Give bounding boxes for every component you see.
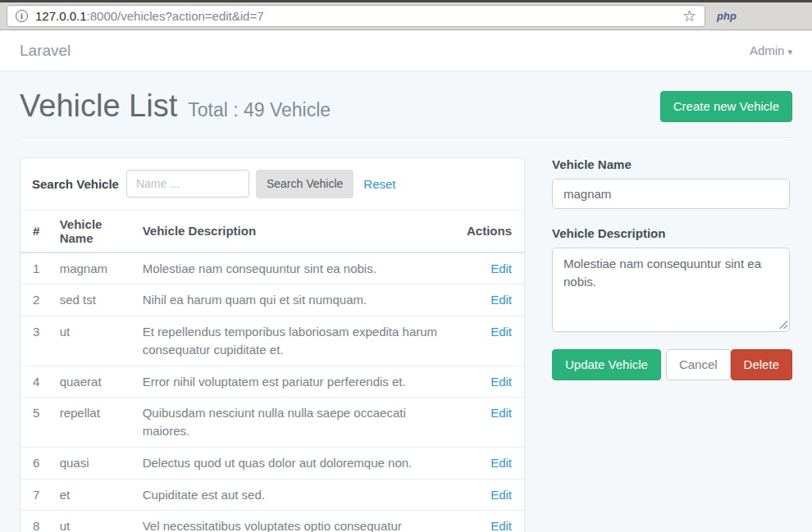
user-dropdown-label: Admin: [750, 43, 785, 57]
edit-link[interactable]: Edit: [490, 456, 512, 470]
url-text: 127.0.0.1:8000/vehicles?action=edit&id=7: [35, 9, 264, 23]
header-description: Vehicle Description: [136, 211, 460, 252]
row-description: Vel necessitatibus voluptates optio cons…: [136, 511, 460, 532]
row-number: 2: [21, 284, 53, 316]
edit-link[interactable]: Edit: [490, 375, 512, 389]
row-number: 6: [21, 447, 53, 479]
create-vehicle-button[interactable]: Create new Vehicle: [660, 91, 792, 122]
row-name: sed tst: [53, 284, 136, 316]
url-path: :8000/vehicles?action=edit&id=7: [87, 9, 264, 23]
page-header: Vehicle List Total : 49 Vehicle Create n…: [20, 89, 792, 138]
form-buttons: Update Vehicle Cancel Delete: [552, 349, 790, 380]
row-number: 3: [21, 316, 53, 366]
edit-link[interactable]: Edit: [490, 406, 512, 420]
row-description: Error nihil voluptatem est pariatur perf…: [136, 366, 460, 398]
row-name: quasi: [53, 447, 136, 479]
vehicle-name-label: Vehicle Name: [552, 157, 790, 171]
edit-link[interactable]: Edit: [490, 293, 512, 307]
site-info-icon[interactable]: i: [16, 10, 28, 22]
main-content: Vehicle List Total : 49 Vehicle Create n…: [0, 71, 812, 532]
brand-link[interactable]: Laravel: [20, 42, 71, 60]
row-description: Quibusdam nesciunt nulla nulla saepe occ…: [136, 398, 460, 448]
row-name: quaerat: [53, 366, 136, 398]
row-number: 1: [21, 252, 53, 284]
search-button[interactable]: Search Vehicle: [256, 170, 354, 198]
vehicle-name-input[interactable]: [552, 179, 790, 209]
table-row: 5 repellat Quibusdam nesciunt nulla null…: [21, 398, 524, 448]
row-name: magnam: [53, 252, 136, 284]
row-number: 5: [21, 398, 53, 448]
row-description: Nihil ea harum quam qui et sit numquam.: [136, 284, 460, 316]
table-row: 4 quaerat Error nihil voluptatem est par…: [21, 366, 524, 398]
row-number: 8: [21, 511, 53, 532]
bookmark-star-icon[interactable]: ☆: [682, 8, 696, 24]
edit-link[interactable]: Edit: [490, 519, 512, 532]
delete-button[interactable]: Delete: [731, 349, 792, 380]
vehicle-description-textarea[interactable]: Molestiae nam consequuntur sint ea nobis…: [552, 248, 790, 332]
row-name: et: [53, 479, 136, 511]
url-bar[interactable]: i 127.0.0.1:8000/vehicles?action=edit&id…: [7, 5, 705, 27]
vehicle-table: # Vehicle Name Vehicle Description Actio…: [21, 211, 524, 532]
header-number: #: [21, 211, 53, 252]
row-name: ut: [53, 511, 136, 532]
header-actions: Actions: [460, 211, 524, 252]
php-extension-icon[interactable]: php: [717, 10, 737, 22]
page-title: Vehicle List: [20, 89, 177, 124]
table-row: 3 ut Et repellendus temporibus laboriosa…: [21, 316, 524, 366]
table-row: 1 magnam Molestiae nam consequuntur sint…: [21, 252, 524, 284]
row-name: repellat: [53, 398, 136, 448]
table-row: 7 et Cupiditate est aut sed. Edit: [21, 479, 524, 511]
url-host: 127.0.0.1: [35, 9, 87, 23]
reset-link[interactable]: Reset: [363, 177, 395, 191]
row-name: ut: [53, 316, 136, 366]
vehicle-description-label: Vehicle Description: [552, 226, 790, 240]
vehicle-table-body: 1 magnam Molestiae nam consequuntur sint…: [21, 252, 524, 532]
row-description: Cupiditate est aut sed.: [136, 479, 460, 511]
edit-link[interactable]: Edit: [490, 325, 512, 339]
search-input[interactable]: [126, 170, 249, 198]
table-header-row: # Vehicle Name Vehicle Description Actio…: [21, 211, 524, 252]
table-row: 2 sed tst Nihil ea harum quam qui et sit…: [21, 284, 524, 316]
browser-chrome: i 127.0.0.1:8000/vehicles?action=edit&id…: [0, 0, 812, 30]
table-row: 8 ut Vel necessitatibus voluptates optio…: [21, 511, 524, 532]
vehicle-list-card: Search Vehicle Search Vehicle Reset # Ve…: [20, 157, 525, 532]
search-label: Search Vehicle: [32, 177, 119, 191]
update-vehicle-button[interactable]: Update Vehicle: [552, 349, 661, 380]
total-count-label: Total : 49 Vehicle: [188, 91, 331, 121]
edit-link[interactable]: Edit: [490, 488, 512, 502]
navbar: Laravel Admin▾: [0, 30, 812, 71]
row-number: 7: [21, 479, 53, 511]
caret-down-icon: ▾: [787, 47, 792, 57]
row-description: Molestiae nam consequuntur sint ea nobis…: [136, 252, 460, 284]
user-dropdown[interactable]: Admin▾: [750, 43, 792, 57]
cancel-button[interactable]: Cancel: [666, 349, 731, 380]
search-form: Search Vehicle Search Vehicle Reset: [21, 158, 524, 211]
row-number: 4: [21, 366, 53, 398]
row-description: Et repellendus temporibus laboriosam exp…: [136, 316, 460, 366]
edit-link[interactable]: Edit: [490, 261, 512, 275]
table-row: 6 quasi Delectus quod ut quas dolor aut …: [21, 447, 524, 479]
vehicle-edit-form: Vehicle Name Vehicle Description Molesti…: [552, 157, 790, 380]
row-description: Delectus quod ut quas dolor aut doloremq…: [136, 447, 460, 479]
header-name: Vehicle Name: [53, 211, 136, 252]
